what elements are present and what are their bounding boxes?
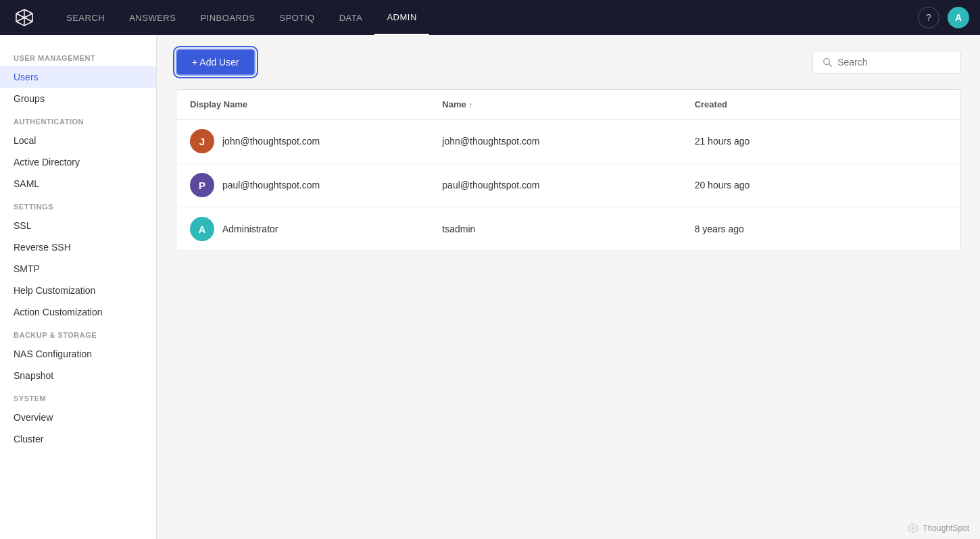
display-name-cell: Jjohn@thoughtspot.com — [190, 129, 442, 153]
sidebar-item-groups[interactable]: Groups — [0, 88, 156, 109]
topnav: SEARCHANSWERSPINBOARDSSPOTIQDATAADMIN ? … — [0, 0, 980, 35]
table-row[interactable]: AAdministratortsadmin8 years ago — [176, 207, 960, 251]
topnav-link-answers[interactable]: ANSWERS — [117, 0, 188, 35]
display-name-cell: AAdministrator — [190, 217, 442, 241]
sidebar-item-action-customization[interactable]: Action Customization — [0, 301, 156, 323]
nav-links: SEARCHANSWERSPINBOARDSSPOTIQDATAADMIN — [54, 0, 918, 35]
search-box — [812, 51, 961, 74]
sort-arrow-icon: ↑ — [469, 101, 473, 109]
footer: ThoughtSpot — [897, 517, 980, 539]
name-cell: john@thoughtspot.com — [442, 135, 694, 147]
display-name-text: paul@thoughtspot.com — [222, 180, 320, 190]
created-cell: 20 hours ago — [695, 179, 947, 191]
sidebar: User ManagementUsersGroupsAuthentication… — [0, 35, 157, 539]
topnav-link-admin[interactable]: ADMIN — [374, 0, 428, 35]
table-row[interactable]: Ppaul@thoughtspot.compaul@thoughtspot.co… — [176, 163, 960, 207]
sidebar-item-help-customization[interactable]: Help Customization — [0, 280, 156, 301]
sidebar-item-ssl[interactable]: SSL — [0, 215, 156, 236]
sidebar-item-users[interactable]: Users — [0, 66, 156, 88]
svg-line-5 — [829, 64, 832, 67]
logo[interactable] — [11, 4, 38, 31]
topnav-link-search[interactable]: SEARCH — [54, 0, 117, 35]
display-name-text: john@thoughtspot.com — [222, 136, 320, 147]
search-input[interactable] — [837, 57, 951, 68]
sidebar-item-smtp[interactable]: SMTP — [0, 258, 156, 280]
table-body: Jjohn@thoughtspot.comjohn@thoughtspot.co… — [176, 120, 960, 251]
created-cell: 21 hours ago — [695, 135, 947, 147]
footer-brand: ThoughtSpot — [923, 523, 969, 533]
sidebar-item-nas-configuration[interactable]: NAS Configuration — [0, 343, 156, 365]
table-header-name[interactable]: Name↑ — [442, 99, 694, 109]
created-cell: 8 years ago — [695, 223, 947, 235]
sidebar-section-system: System — [0, 386, 156, 407]
sidebar-section-authentication: Authentication — [0, 109, 156, 130]
search-icon — [823, 57, 832, 68]
created-text: 21 hours ago — [695, 136, 750, 147]
created-text: 20 hours ago — [695, 180, 750, 190]
table-row[interactable]: Jjohn@thoughtspot.comjohn@thoughtspot.co… — [176, 120, 960, 163]
content-area: + Add User Display NameName↑Created Jjoh… — [157, 35, 980, 539]
sidebar-item-cluster[interactable]: Cluster — [0, 428, 156, 450]
table-header-display-name: Display Name — [190, 99, 442, 109]
display-name-cell: Ppaul@thoughtspot.com — [190, 173, 442, 197]
created-text: 8 years ago — [695, 224, 744, 234]
main-layout: User ManagementUsersGroupsAuthentication… — [0, 35, 980, 539]
user-avatar: P — [190, 173, 214, 197]
toolbar: + Add User — [157, 35, 980, 89]
thoughtspot-footer-logo — [908, 523, 918, 534]
sidebar-item-snapshot[interactable]: Snapshot — [0, 365, 156, 386]
sidebar-item-active-directory[interactable]: Active Directory — [0, 151, 156, 173]
table-header: Display NameName↑Created — [176, 90, 960, 120]
users-table: Display NameName↑Created Jjohn@thoughtsp… — [176, 89, 961, 251]
sidebar-section-settings: Settings — [0, 195, 156, 215]
topnav-link-data[interactable]: DATA — [327, 0, 375, 35]
display-name-text: Administrator — [222, 224, 278, 234]
sidebar-item-local[interactable]: Local — [0, 130, 156, 151]
add-user-button[interactable]: + Add User — [176, 49, 255, 76]
name-cell: tsadmin — [442, 223, 694, 235]
sidebar-section-backup-&-storage: Backup & Storage — [0, 323, 156, 343]
name-text: john@thoughtspot.com — [442, 136, 539, 147]
name-text: paul@thoughtspot.com — [442, 180, 539, 190]
topnav-link-spotiq[interactable]: SPOTIQ — [268, 0, 327, 35]
user-avatar-button[interactable]: A — [948, 7, 969, 28]
help-button[interactable]: ? — [918, 7, 939, 28]
sidebar-item-overview[interactable]: Overview — [0, 407, 156, 428]
name-cell: paul@thoughtspot.com — [442, 179, 694, 191]
user-avatar: J — [190, 129, 214, 153]
name-text: tsadmin — [442, 224, 475, 234]
topnav-link-pinboards[interactable]: PINBOARDS — [188, 0, 267, 35]
sidebar-item-reverse-ssh[interactable]: Reverse SSH — [0, 236, 156, 258]
sidebar-item-saml[interactable]: SAML — [0, 173, 156, 195]
sidebar-section-user-management: User Management — [0, 46, 156, 66]
table-header-created: Created — [695, 99, 947, 109]
topnav-right: ? A — [918, 7, 969, 28]
user-avatar: A — [190, 217, 214, 241]
